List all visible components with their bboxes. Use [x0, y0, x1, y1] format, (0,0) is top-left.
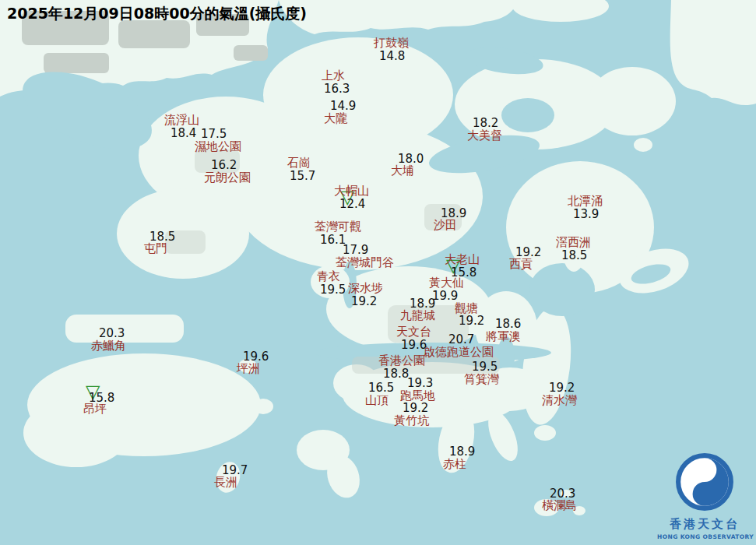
station-name: 坪洲: [237, 362, 260, 375]
station-name: 天文台: [396, 325, 431, 339]
station-name: 荃灣城門谷: [336, 256, 394, 269]
hko-logo: 香港天文台 HONG KONG OBSERVATORY: [657, 452, 752, 540]
station-name: 長洲: [214, 476, 237, 489]
station-name: 打鼓嶺: [374, 37, 409, 50]
station-temperature: 15.8: [451, 266, 476, 280]
station-temperature: 16.5: [368, 382, 394, 395]
station-name: 大埔: [391, 164, 414, 178]
station-name: 黃竹坑: [394, 414, 429, 427]
station-temperature: 18.4: [171, 127, 196, 140]
station-name: 沙田: [434, 219, 457, 232]
station-temperature: 18.5: [149, 230, 175, 244]
station-temperature: 16.2: [211, 159, 237, 172]
station-name: 深水埗: [348, 282, 383, 295]
station-name: 滘西洲: [556, 236, 591, 249]
station-temperature: 18.9: [441, 207, 466, 220]
station-name: 橫瀾島: [542, 499, 577, 512]
station-temperature: 19.2: [515, 246, 541, 259]
station-temperature: 14.8: [379, 50, 405, 63]
station-temperature: 19.2: [459, 315, 484, 328]
station-temperature: 19.3: [407, 377, 433, 390]
station-temperature: 18.2: [473, 117, 498, 130]
station-temperature: 12.4: [339, 198, 365, 211]
station-name: 西貢: [509, 258, 533, 271]
station-temperature: 18.9: [449, 445, 475, 459]
station-name: 石崗: [287, 156, 311, 170]
station-temperature: 18.9: [410, 297, 435, 311]
station-name: 將軍澳: [486, 330, 521, 343]
station-name: 赤鱲角: [91, 339, 126, 353]
station-name: 元朗公園: [204, 171, 251, 185]
station-name: 赤柱: [443, 458, 466, 471]
hko-logo-name-zh: 香港天文台: [657, 517, 752, 532]
station-name: 九龍城: [400, 309, 435, 322]
station-temperature: 15.7: [290, 170, 315, 183]
station-name: 大美督: [467, 129, 502, 142]
hko-logo-icon: [674, 452, 735, 512]
station-temperature: 20.3: [99, 327, 125, 340]
station-temperature: 19.2: [351, 295, 377, 308]
station-name: 流浮山: [164, 114, 199, 127]
station-temperature: 19.2: [549, 382, 575, 395]
station-name: 大隴: [324, 112, 347, 125]
station-temperature: 19.5: [472, 360, 498, 374]
station-temperature: 18.5: [561, 249, 587, 262]
station-temperature: 19.2: [403, 402, 428, 415]
station-temperature: 17.9: [343, 244, 368, 257]
station-temperature: 19.6: [401, 339, 427, 352]
station-name: 大老山: [445, 253, 480, 266]
stations-layer: 打鼓嶺14.8上水16.3大隴14.9流浮山18.4濕地公園17.5元朗公園16…: [0, 0, 756, 545]
station-temperature: 18.6: [495, 318, 521, 331]
station-name: 青衣: [317, 270, 340, 283]
station-temperature: 19.5: [320, 283, 346, 297]
temperature-map: 2025年12月09日08時00分的氣溫(攝氏度) 打鼓嶺14.8上水16.3大…: [0, 0, 756, 545]
station-name: 北潭涌: [568, 195, 603, 208]
station-temperature: 19.7: [222, 464, 248, 477]
station-name: 山頂: [365, 394, 389, 407]
hko-logo-name-en: HONG KONG OBSERVATORY: [657, 533, 752, 540]
station-temperature: 18.0: [398, 153, 424, 166]
station-name: 濕地公園: [195, 140, 241, 153]
station-name: 啟德跑道公園: [424, 346, 494, 359]
station-temperature: 15.8: [89, 392, 114, 405]
station-name: 香港公園: [378, 354, 425, 367]
station-temperature: 14.9: [330, 100, 356, 113]
station-name: 屯門: [144, 242, 167, 255]
station-temperature: 19.6: [243, 350, 269, 364]
station-name: 大帽山: [334, 185, 369, 198]
station-name: 清水灣: [542, 394, 577, 407]
station-name: 上水: [322, 69, 345, 83]
station-temperature: 16.3: [324, 83, 350, 96]
station-temperature: 20.3: [550, 487, 575, 501]
station-temperature: 20.7: [448, 333, 474, 346]
station-temperature: 13.9: [573, 208, 599, 221]
station-temperature: 18.8: [383, 367, 409, 381]
station-temperature: 19.9: [432, 290, 458, 303]
station-name: 荃灣可觀: [315, 220, 361, 234]
station-name: 筲箕灣: [464, 373, 499, 386]
station-temperature: 17.5: [201, 128, 227, 141]
